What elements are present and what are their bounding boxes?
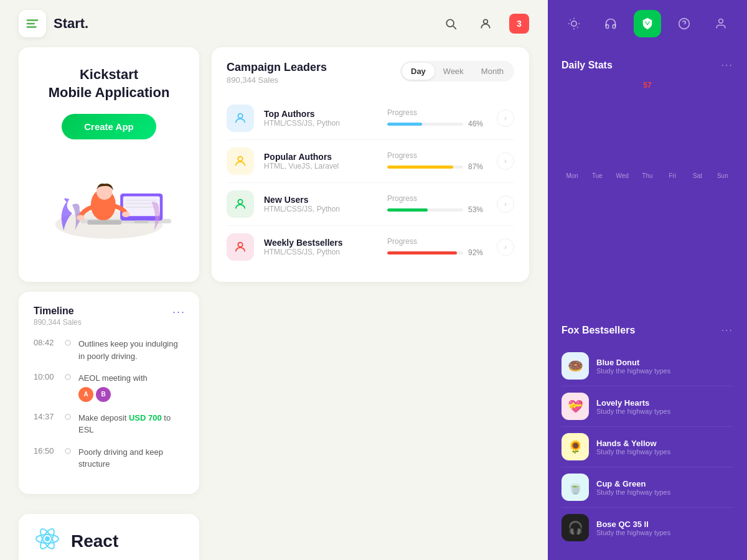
bestseller-item[interactable]: 🎧 Bose QC 35 II Study the highway types	[561, 508, 733, 548]
campaign-row: Weekly Bestsellers HTML/CSS/JS, Python P…	[227, 226, 514, 268]
notification-badge[interactable]: 3	[509, 14, 529, 34]
daily-stats-title: Daily Stats	[561, 60, 613, 71]
campaign-title: Campaign Leaders	[227, 61, 327, 74]
timeline-avatars: A B	[78, 387, 148, 402]
bestsellers-title: Fox Bestsellers	[561, 325, 635, 336]
bestseller-item[interactable]: 🌻 Hands & Yellow Study the highway types	[561, 427, 733, 467]
sidebar-top-nav	[548, 0, 747, 47]
nav-question[interactable]	[670, 10, 698, 37]
row-icon	[227, 105, 254, 132]
nav-fox[interactable]	[634, 10, 661, 37]
tab-day[interactable]: Day	[402, 63, 435, 80]
svg-point-5	[484, 19, 488, 24]
nav-user[interactable]	[707, 10, 735, 37]
timeline-title: Timeline	[34, 306, 184, 317]
bar-chart-container: 57 MonTueWedThuFriSatSun	[561, 81, 733, 179]
chart-column: Fri	[662, 156, 683, 179]
bs-info: Blue Donut Study the highway types	[596, 358, 733, 375]
timeline-item: 10:00 AEOL meeting with A B	[34, 372, 184, 402]
tab-group: Day Week Month	[400, 61, 514, 82]
svg-line-4	[453, 26, 456, 29]
row-arrow[interactable]: ›	[497, 110, 514, 127]
daily-stats-menu[interactable]: ···	[721, 60, 733, 71]
svg-point-19	[238, 114, 242, 118]
row-info: Popular Authors HTML, VueJS, Laravel	[264, 152, 377, 170]
svg-point-20	[238, 157, 242, 161]
row-info: Top Authors HTML/CSS/JS, Python	[264, 109, 377, 128]
campaign-rows: Top Authors HTML/CSS/JS, Python Progress…	[227, 97, 514, 268]
bestseller-item[interactable]: 🍵 Cup & Green Study the highway types	[561, 467, 733, 508]
progress-section: Progress 53%	[387, 194, 487, 214]
header-right: 3	[439, 12, 529, 35]
progress-section: Progress 87%	[387, 151, 487, 171]
bottom-row: Timeline 890,344 Sales ··· 08:42 Outline…	[0, 292, 548, 560]
top-row: Kickstart Mobile Application Create App	[0, 47, 548, 292]
timeline-menu[interactable]: ···	[172, 306, 186, 319]
bs-info: Cup & Green Study the highway types	[596, 479, 733, 496]
bestsellers-header: Fox Bestsellers ···	[561, 325, 733, 336]
chart-column: Mon	[561, 156, 583, 179]
svg-point-17	[122, 212, 130, 217]
bs-info: Bose QC 35 II Study the highway types	[596, 520, 733, 536]
timeline-list: 08:42 Outlines keep you indulging in poo…	[34, 338, 184, 470]
bestseller-item[interactable]: 💝 Lovely Hearts Study the highway types	[561, 386, 733, 427]
daily-stats-section: Daily Stats ··· 57 MonTueWedThuFriSatSun	[548, 47, 747, 325]
chart-column: Wed	[612, 156, 633, 179]
chart-column: Thu	[637, 156, 658, 179]
timeline-card: Timeline 890,344 Sales ··· 08:42 Outline…	[19, 292, 199, 494]
bs-info: Lovely Hearts Study the highway types	[596, 398, 733, 415]
bestseller-item[interactable]: 🍩 Blue Donut Study the highway types	[561, 346, 733, 386]
chart-column: Tue	[586, 156, 608, 179]
kickstart-title: Kickstart Mobile Application	[49, 66, 170, 101]
campaign-subtitle: 890,344 Sales	[227, 75, 327, 85]
search-icon[interactable]	[439, 12, 462, 35]
svg-point-30	[571, 21, 576, 26]
main-area: Start. 3 Kickstart Mobile A	[0, 0, 548, 560]
right-sidebar: Daily Stats ··· 57 MonTueWedThuFriSatSun…	[548, 0, 747, 560]
create-app-button[interactable]: Create App	[62, 114, 156, 139]
timeline-item: 14:37 Make deposit USD 700 to ESL	[34, 412, 184, 436]
react-icon	[34, 525, 61, 558]
logo-icon	[19, 10, 46, 37]
react-banner: React	[19, 514, 199, 561]
tab-month[interactable]: Month	[472, 63, 512, 80]
avatar-2: B	[96, 387, 111, 402]
kickstart-card: Kickstart Mobile Application Create App	[19, 47, 199, 282]
progress-fill	[387, 166, 453, 169]
react-label: React	[71, 531, 118, 551]
row-arrow[interactable]: ›	[497, 238, 514, 256]
brand-name: Start.	[54, 16, 88, 32]
timeline-item: 08:42 Outlines keep you indulging in poo…	[34, 338, 184, 362]
row-arrow[interactable]: ›	[497, 152, 514, 170]
row-icon	[227, 147, 254, 175]
timeline-dot	[65, 340, 71, 346]
row-icon	[227, 190, 254, 218]
progress-section: Progress 92%	[387, 237, 487, 257]
bestsellers-menu[interactable]: ···	[721, 325, 733, 336]
campaign-row: New Users HTML/CSS/JS, Python Progress 5…	[227, 183, 514, 226]
chart-column: Sun	[712, 156, 733, 179]
campaign-row: Top Authors HTML/CSS/JS, Python Progress…	[227, 97, 514, 140]
progress-fill	[387, 123, 422, 126]
nav-lightbulb[interactable]	[560, 10, 588, 37]
profile-icon[interactable]	[474, 12, 497, 35]
header-left: Start.	[19, 10, 88, 37]
bs-image: 🍵	[561, 474, 589, 501]
svg-point-23	[45, 536, 50, 541]
svg-point-21	[238, 200, 242, 204]
timeline-dot	[65, 414, 71, 420]
daily-stats-header: Daily Stats ···	[561, 60, 733, 71]
timeline-subtitle: 890,344 Sales	[34, 318, 184, 327]
campaign-header: Campaign Leaders 890,344 Sales Day Week …	[227, 61, 514, 85]
nav-headphone[interactable]	[597, 10, 624, 37]
bestsellers-section: Fox Bestsellers ··· 🍩 Blue Donut Study t…	[548, 325, 747, 560]
chart-peak-value: 57	[561, 81, 733, 90]
row-icon	[227, 233, 254, 261]
row-info: New Users HTML/CSS/JS, Python	[264, 195, 377, 213]
left-bottom: Timeline 890,344 Sales ··· 08:42 Outline…	[19, 292, 199, 560]
progress-fill	[387, 251, 457, 254]
row-arrow[interactable]: ›	[497, 195, 514, 213]
svg-line-34	[577, 27, 578, 27]
avatar-1: A	[78, 387, 93, 402]
tab-week[interactable]: Week	[435, 63, 472, 80]
